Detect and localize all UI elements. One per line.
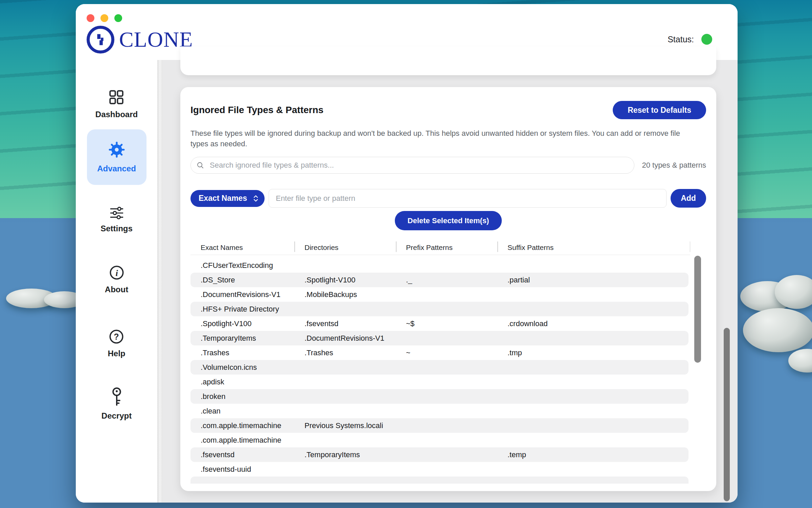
search-input[interactable] <box>190 157 634 174</box>
svg-text:i: i <box>115 268 118 278</box>
sidebar-item-label: Settings <box>100 224 133 233</box>
svg-text:?: ? <box>114 332 119 341</box>
sliders-icon <box>109 206 125 220</box>
table-row[interactable]: .VolumeIcon.icns <box>190 360 689 375</box>
table-row[interactable]: .com.apple.timemachine <box>190 433 689 447</box>
table-row[interactable]: .HFS+ Private Directory <box>190 302 689 316</box>
window-scrollbar[interactable] <box>724 328 730 501</box>
table-row[interactable]: .DocumentRevisions-V1 .MobileBackups <box>190 287 689 302</box>
zoom-window-button[interactable] <box>114 14 122 22</box>
reset-to-defaults-button[interactable]: Reset to Defaults <box>613 101 706 119</box>
minimize-window-button[interactable] <box>100 14 108 22</box>
table-row[interactable]: .broken <box>190 389 689 404</box>
search-icon <box>196 161 204 169</box>
column-header-exact-names: Exact Names <box>190 240 294 255</box>
page-title: Ignored File Types & Patterns <box>190 105 323 115</box>
app-window: CLONE Status: Dashboard <box>76 4 738 503</box>
sidebar-item-label: Help <box>108 349 125 358</box>
search-box <box>190 157 634 174</box>
dashboard-grid-icon <box>108 89 125 106</box>
table-row[interactable]: .Spotlight-V100 .fseventsd ~$ .crdownloa… <box>190 316 689 331</box>
clone-logo-icon <box>87 26 114 54</box>
sidebar-item-label: Decrypt <box>102 411 132 421</box>
question-icon: ? <box>108 329 125 345</box>
table-row[interactable]: .CFUserTextEncoding <box>190 258 689 273</box>
pattern-count-label: 20 types & patterns <box>634 161 706 170</box>
table-row[interactable]: .fseventsd .TemporaryItems .temp <box>190 447 689 462</box>
main-content: Ignored File Types & Patterns Reset to D… <box>157 60 738 503</box>
sidebar: Dashboard <box>76 60 157 503</box>
wallpaper-boulder <box>743 308 812 352</box>
table-row[interactable]: .TemporaryItems .DocumentRevisions-V1 <box>190 331 689 345</box>
column-header-suffix-patterns: Suffix Patterns <box>497 240 690 255</box>
table-row[interactable]: .com.apple.timemachine Previous Systems.… <box>190 418 689 433</box>
previous-card-partial <box>180 46 716 75</box>
wallpaper-boulder <box>788 349 812 373</box>
sidebar-item-settings[interactable]: Settings <box>100 206 133 233</box>
sidebar-item-about[interactable]: i About <box>105 264 128 294</box>
traffic-lights <box>87 14 122 22</box>
column-header-directories: Directories <box>294 240 396 255</box>
table-row[interactable] <box>190 477 689 484</box>
sidebar-item-label: Advanced <box>97 164 136 173</box>
status-indicator: Status: <box>668 34 712 45</box>
table-body: .CFUserTextEncoding .DS_Store .Spotlight… <box>190 258 689 484</box>
panel-description: These file types will be ignored during … <box>190 128 698 149</box>
sidebar-item-decrypt[interactable]: Decrypt <box>102 387 132 421</box>
sidebar-item-dashboard[interactable]: Dashboard <box>95 89 138 119</box>
close-window-button[interactable] <box>87 14 94 22</box>
pattern-type-select[interactable]: Exact Names <box>190 190 265 207</box>
column-header-prefix-patterns: Prefix Patterns <box>396 240 497 255</box>
delete-selected-button[interactable]: Delete Selected Item(s) <box>395 211 502 230</box>
gear-icon <box>108 141 126 158</box>
table-row[interactable]: .clean <box>190 404 689 418</box>
table-row[interactable]: .DS_Store .Spotlight-V100 ._ .partial <box>190 273 689 287</box>
info-icon: i <box>109 264 125 281</box>
status-dot-green <box>701 34 712 45</box>
sidebar-item-label: Dashboard <box>95 110 138 119</box>
table-scrollbar[interactable] <box>694 256 701 363</box>
chevron-up-down-icon <box>252 194 259 203</box>
status-label: Status: <box>668 35 694 44</box>
table-row[interactable]: .fseventsd-uuid <box>190 462 689 477</box>
sidebar-item-advanced[interactable]: Advanced <box>87 129 146 185</box>
sidebar-item-label: About <box>105 285 128 294</box>
content-gutter <box>157 60 163 503</box>
add-button[interactable]: Add <box>671 189 706 208</box>
key-icon <box>109 387 124 407</box>
sidebar-item-help[interactable]: ? Help <box>108 329 125 358</box>
table-row[interactable]: .Trashes .Trashes ~ .tmp <box>190 345 689 360</box>
table-header: Exact Names Directories Prefix Patterns … <box>190 240 690 255</box>
ignored-file-types-card: Ignored File Types & Patterns Reset to D… <box>180 87 716 491</box>
new-pattern-input[interactable] <box>269 189 667 208</box>
table-row[interactable]: .apdisk <box>190 375 689 389</box>
pattern-type-select-value: Exact Names <box>199 194 247 203</box>
app-logo: CLONE <box>87 26 193 54</box>
